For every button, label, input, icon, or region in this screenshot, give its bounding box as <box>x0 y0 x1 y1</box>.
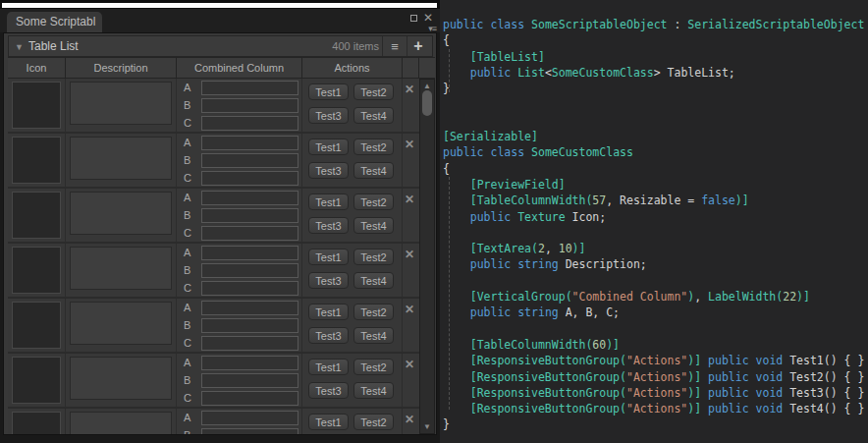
test3-button[interactable]: Test3 <box>308 272 349 289</box>
text-input-a[interactable] <box>201 411 298 425</box>
scrollbar-thumb[interactable] <box>422 90 432 116</box>
icon-preview-field[interactable] <box>12 302 61 349</box>
add-item-button[interactable]: + <box>407 36 429 56</box>
actions-cell: Test1Test2Test3Test4 <box>302 299 403 352</box>
delete-row-icon[interactable]: ✕ <box>405 358 414 371</box>
description-textarea[interactable] <box>70 302 172 345</box>
delete-row-icon[interactable]: ✕ <box>405 193 414 206</box>
test3-button[interactable]: Test3 <box>308 327 349 344</box>
test4-button[interactable]: Test4 <box>353 162 394 179</box>
test1-button[interactable]: Test1 <box>308 138 349 155</box>
text-input-b[interactable] <box>201 153 298 168</box>
text-input-a[interactable] <box>201 136 298 150</box>
table-list-title: Table List <box>28 39 79 53</box>
text-input-a[interactable] <box>201 81 298 95</box>
delete-row-icon[interactable]: ✕ <box>405 83 414 96</box>
description-textarea[interactable] <box>70 82 172 125</box>
combined-field-row: A <box>177 136 298 150</box>
field-label-a: A <box>177 246 201 260</box>
field-label-b: B <box>177 153 201 168</box>
test4-button[interactable]: Test4 <box>353 217 394 234</box>
test1-button[interactable]: Test1 <box>308 83 349 100</box>
test1-button[interactable]: Test1 <box>308 359 349 375</box>
test2-button[interactable]: Test2 <box>353 414 394 430</box>
column-header-actions[interactable]: Actions <box>302 57 403 79</box>
text-input-a[interactable] <box>201 191 298 205</box>
scroll-up-icon[interactable]: ▲ <box>420 82 434 90</box>
text-input-a[interactable] <box>201 301 298 315</box>
test1-button[interactable]: Test1 <box>308 304 349 320</box>
text-input-b[interactable] <box>201 318 298 333</box>
combined-field-row: A <box>177 246 298 260</box>
table-row: ABC Test1Test2Test3Test4 ✕ <box>8 79 419 134</box>
test2-button[interactable]: Test2 <box>353 194 394 210</box>
column-header-description[interactable]: Description <box>66 57 177 79</box>
foldout-triangle-icon[interactable]: ▼ <box>15 42 24 52</box>
text-input-c[interactable] <box>201 226 298 241</box>
test4-button[interactable]: Test4 <box>353 327 394 344</box>
test1-button[interactable]: Test1 <box>308 194 349 210</box>
description-textarea[interactable] <box>70 137 172 180</box>
description-textarea[interactable] <box>70 247 172 290</box>
text-input-a[interactable] <box>201 246 298 260</box>
test3-button[interactable]: Test3 <box>308 107 349 124</box>
table-rows-viewport: ABC Test1Test2Test3Test4 ✕ ABC Test1Test… <box>8 79 419 434</box>
description-textarea[interactable] <box>70 357 172 400</box>
test3-button[interactable]: Test3 <box>308 217 349 234</box>
icon-preview-field[interactable] <box>12 357 61 404</box>
delete-row-icon[interactable]: ✕ <box>405 413 414 426</box>
column-header-combined-column[interactable]: Combined Column <box>177 57 302 79</box>
test2-button[interactable]: Test2 <box>353 138 394 155</box>
code-line <box>443 96 868 112</box>
icon-preview-field[interactable] <box>12 247 61 294</box>
text-input-c[interactable] <box>201 336 298 351</box>
tab-some-scriptable-object[interactable]: Some Scriptabl <box>7 12 102 32</box>
list-menu-icon[interactable]: ≡ <box>385 38 405 55</box>
vertical-scrollbar[interactable]: ▲ ▼ <box>419 79 435 434</box>
combined-field-row: B <box>177 263 298 278</box>
test4-button[interactable]: Test4 <box>353 107 394 124</box>
test1-button[interactable]: Test1 <box>308 249 349 265</box>
icon-preview-field[interactable] <box>12 137 61 184</box>
code-line <box>443 113 868 129</box>
text-input-a[interactable] <box>201 356 298 370</box>
test2-button[interactable]: Test2 <box>353 249 394 265</box>
scroll-down-icon[interactable]: ▼ <box>420 422 434 431</box>
combined-column-cell: ABC <box>177 189 302 242</box>
test1-button[interactable]: Test1 <box>308 414 349 430</box>
text-input-c[interactable] <box>201 391 298 406</box>
test4-button[interactable]: Test4 <box>353 272 394 289</box>
delete-cell: ✕ <box>403 134 419 187</box>
text-input-b[interactable] <box>201 373 298 388</box>
text-input-c[interactable] <box>201 281 298 296</box>
code-line <box>443 273 868 289</box>
delete-row-icon[interactable]: ✕ <box>405 248 414 261</box>
test2-button[interactable]: Test2 <box>353 304 394 320</box>
actions-cell: Test1Test2Test3Test4 <box>302 189 403 242</box>
column-header-icon[interactable]: Icon <box>8 57 66 79</box>
window-highlight-bar <box>2 3 437 8</box>
test3-button[interactable]: Test3 <box>308 382 349 399</box>
icon-preview-field[interactable] <box>12 192 61 239</box>
icon-preview-field[interactable] <box>12 82 61 129</box>
test2-button[interactable]: Test2 <box>353 83 394 100</box>
actions-cell: Test1Test2Test3Test4 <box>302 409 403 434</box>
test2-button[interactable]: Test2 <box>353 359 394 375</box>
code-line: [TextArea(2, 10)] <box>443 241 868 256</box>
test4-button[interactable]: Test4 <box>353 382 394 399</box>
text-input-b[interactable] <box>201 263 298 278</box>
icon-preview-field[interactable] <box>12 412 61 434</box>
delete-row-icon[interactable]: ✕ <box>405 303 414 316</box>
text-input-b[interactable] <box>201 208 298 223</box>
text-input-c[interactable] <box>201 171 298 186</box>
close-icon[interactable]: ✕ <box>423 13 433 23</box>
text-input-b[interactable] <box>201 428 298 434</box>
text-input-c[interactable] <box>201 116 298 131</box>
description-textarea[interactable] <box>70 412 172 434</box>
delete-row-icon[interactable]: ✕ <box>405 138 414 151</box>
code-line: [ResponsiveButtonGroup("Actions")] publi… <box>443 353 868 368</box>
maximize-icon[interactable] <box>410 15 417 22</box>
test3-button[interactable]: Test3 <box>308 162 349 179</box>
description-textarea[interactable] <box>70 192 172 235</box>
text-input-b[interactable] <box>201 98 298 113</box>
